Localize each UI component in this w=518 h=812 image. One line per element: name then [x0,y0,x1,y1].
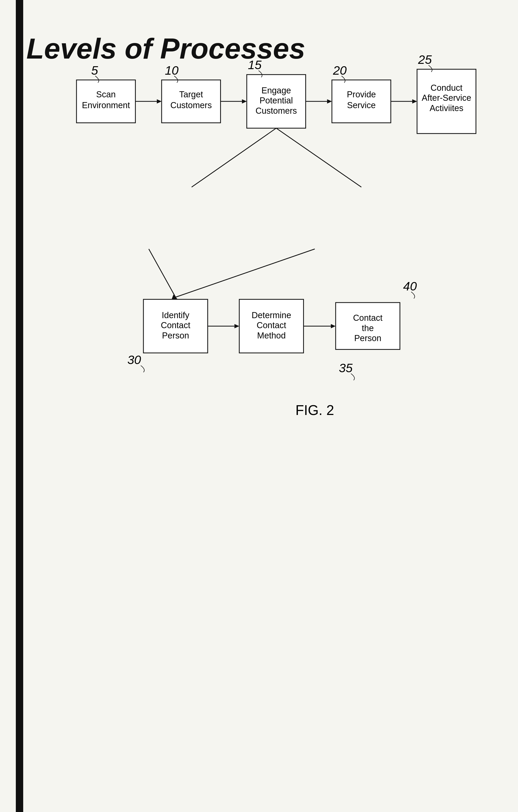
svg-line-30 [276,128,361,187]
bottom-flow-diagram: Identify Contact Person Determine Contac… [74,237,502,475]
svg-rect-16 [332,80,391,123]
svg-marker-15 [327,99,332,104]
svg-marker-46 [331,324,336,328]
svg-text:Identify: Identify [162,311,190,320]
svg-text:20: 20 [333,64,347,77]
svg-text:Scan: Scan [96,90,116,99]
svg-text:Method: Method [257,331,285,340]
svg-text:10: 10 [165,64,179,77]
svg-marker-34 [171,294,178,300]
left-bar [16,0,23,812]
svg-marker-40 [234,324,239,328]
svg-text:5: 5 [91,64,98,77]
svg-text:Environment: Environment [82,100,130,110]
svg-line-31 [192,128,276,187]
svg-text:Contact: Contact [353,313,383,323]
svg-text:Determine: Determine [252,311,291,320]
svg-rect-0 [77,80,135,123]
svg-text:Activiites: Activiites [430,104,463,113]
svg-text:the: the [362,323,374,333]
svg-rect-21 [417,69,476,134]
svg-text:Provide: Provide [347,90,376,99]
svg-text:Service: Service [347,100,376,110]
svg-line-33 [176,249,315,297]
svg-text:30: 30 [127,353,141,367]
svg-marker-9 [242,99,247,104]
top-flow-svg: Scan Environment Target Customers Engage… [74,21,502,206]
svg-text:Person: Person [162,331,189,340]
svg-text:FIG. 2: FIG. 2 [296,402,334,418]
bottom-flow-svg: Identify Contact Person Determine Contac… [74,237,502,475]
svg-rect-35 [144,299,208,353]
svg-rect-10 [247,75,306,128]
svg-text:Engage: Engage [262,86,291,95]
svg-text:Customers: Customers [170,100,212,110]
svg-text:Conduct: Conduct [430,83,462,93]
svg-text:After-Service: After-Service [422,93,471,103]
svg-text:25: 25 [418,53,432,66]
svg-text:Contact: Contact [161,321,190,330]
svg-text:Customers: Customers [255,106,297,116]
svg-text:15: 15 [248,58,262,72]
svg-text:Person: Person [354,334,382,343]
svg-line-32 [149,249,176,297]
svg-text:40: 40 [403,279,417,293]
svg-marker-4 [157,99,161,104]
svg-text:Contact: Contact [257,321,286,330]
svg-rect-5 [161,80,220,123]
svg-marker-20 [412,99,417,104]
svg-text:35: 35 [339,361,353,375]
svg-rect-41 [239,299,304,353]
top-flow-diagram: Scan Environment Target Customers Engage… [74,21,502,206]
svg-rect-47 [336,302,400,350]
svg-text:Potential: Potential [260,96,293,105]
svg-text:Target: Target [179,90,203,99]
